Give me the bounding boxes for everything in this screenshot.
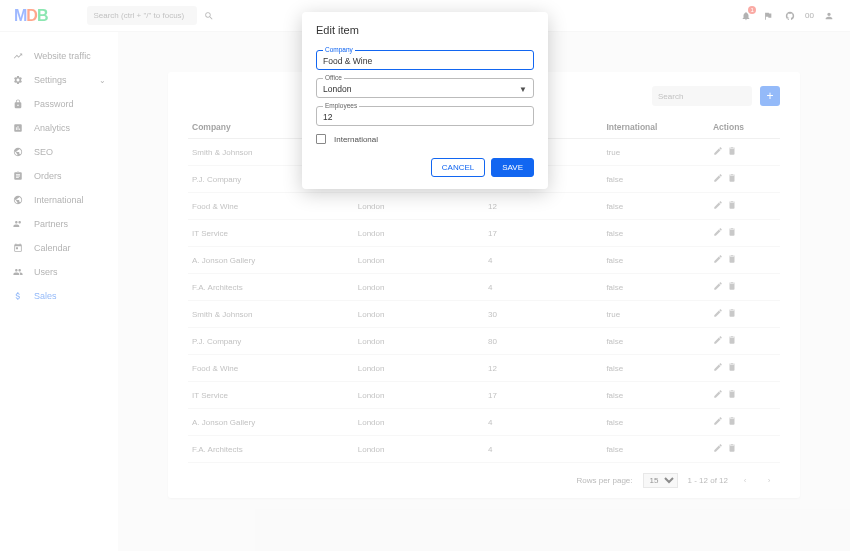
- caret-down-icon: ▼: [519, 85, 527, 94]
- employees-input[interactable]: [323, 112, 527, 122]
- company-label: Company: [323, 46, 355, 53]
- office-label: Office: [323, 74, 344, 81]
- office-field[interactable]: Office London ▼: [316, 78, 534, 98]
- edit-item-modal: Edit item Company Office London ▼ Employ…: [302, 12, 548, 189]
- employees-label: Employees: [323, 102, 359, 109]
- international-checkbox-row[interactable]: International: [316, 134, 534, 144]
- employees-field[interactable]: Employees: [316, 106, 534, 126]
- international-label: International: [334, 135, 378, 144]
- cancel-button[interactable]: CANCEL: [431, 158, 485, 177]
- company-field[interactable]: Company: [316, 50, 534, 70]
- modal-title: Edit item: [316, 24, 534, 36]
- company-input[interactable]: [323, 56, 527, 66]
- checkbox-icon[interactable]: [316, 134, 326, 144]
- office-value: London: [323, 84, 527, 94]
- save-button[interactable]: SAVE: [491, 158, 534, 177]
